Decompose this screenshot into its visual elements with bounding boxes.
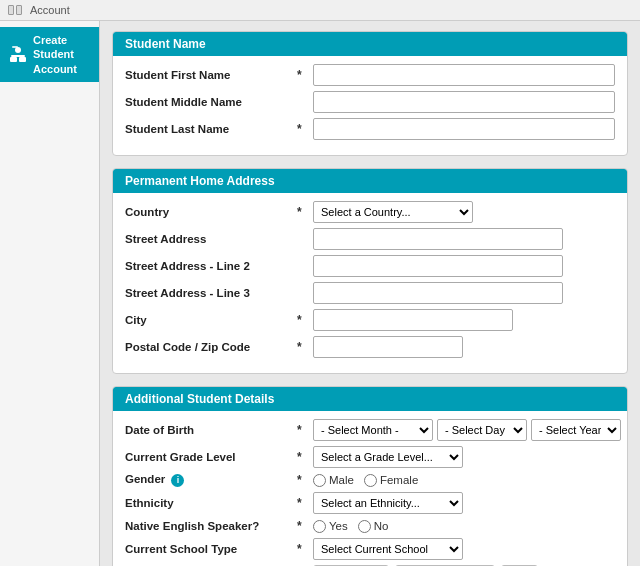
middle-name-label: Student Middle Name bbox=[125, 96, 295, 108]
gender-radio-group: Male Female bbox=[313, 474, 615, 487]
dob-year-select[interactable]: - Select Year - bbox=[531, 419, 621, 441]
address-header: Permanent Home Address bbox=[113, 169, 627, 193]
grade-label: Current Grade Level bbox=[125, 451, 295, 463]
postal-row: Postal Code / Zip Code * bbox=[125, 336, 615, 358]
city-input[interactable] bbox=[313, 309, 513, 331]
last-name-input[interactable] bbox=[313, 118, 615, 140]
gender-male-radio[interactable] bbox=[313, 474, 326, 487]
gender-male-option[interactable]: Male bbox=[313, 474, 354, 487]
country-select[interactable]: Select a Country... bbox=[313, 201, 473, 223]
last-name-label: Student Last Name bbox=[125, 123, 295, 135]
svg-rect-3 bbox=[10, 57, 17, 62]
address-body: Country * Select a Country... Street Add… bbox=[113, 193, 627, 373]
city-row: City * bbox=[125, 309, 615, 331]
native-no-radio[interactable] bbox=[358, 520, 371, 533]
school-type-select[interactable]: Select Current School bbox=[313, 538, 463, 560]
native-english-label: Native English Speaker? bbox=[125, 520, 295, 532]
svg-point-1 bbox=[15, 47, 21, 53]
native-english-row: Native English Speaker? * Yes No bbox=[125, 519, 615, 533]
school-type-label: Current School Type bbox=[125, 543, 295, 555]
ethnicity-label: Ethnicity bbox=[125, 497, 295, 509]
street3-row: Street Address - Line 3 bbox=[125, 282, 615, 304]
main-content: Student Name Student First Name * Studen… bbox=[100, 21, 640, 566]
native-yes-radio[interactable] bbox=[313, 520, 326, 533]
native-no-option[interactable]: No bbox=[358, 520, 389, 533]
first-name-label: Student First Name bbox=[125, 69, 295, 81]
street3-input[interactable] bbox=[313, 282, 563, 304]
middle-name-row: Student Middle Name bbox=[125, 91, 615, 113]
first-name-row: Student First Name * bbox=[125, 64, 615, 86]
person-icon bbox=[8, 44, 28, 64]
layout: Create Student Account Student Name Stud… bbox=[0, 21, 640, 566]
gender-row: Gender i * Male Female bbox=[125, 473, 615, 487]
ethnicity-select[interactable]: Select an Ethnicity... bbox=[313, 492, 463, 514]
additional-header: Additional Student Details bbox=[113, 387, 627, 411]
street3-label: Street Address - Line 3 bbox=[125, 287, 295, 299]
country-row: Country * Select a Country... bbox=[125, 201, 615, 223]
gender-female-option[interactable]: Female bbox=[364, 474, 418, 487]
street2-input[interactable] bbox=[313, 255, 563, 277]
dob-month-select[interactable]: - Select Month - bbox=[313, 419, 433, 441]
grade-row: Current Grade Level * Select a Grade Lev… bbox=[125, 446, 615, 468]
street-row: Street Address bbox=[125, 228, 615, 250]
school-type-row: Current School Type * Select Current Sch… bbox=[125, 538, 615, 560]
ethnicity-row: Ethnicity * Select an Ethnicity... bbox=[125, 492, 615, 514]
last-name-row: Student Last Name * bbox=[125, 118, 615, 140]
student-name-card: Student Name Student First Name * Studen… bbox=[112, 31, 628, 156]
first-name-input[interactable] bbox=[313, 64, 615, 86]
svg-rect-2 bbox=[11, 55, 25, 57]
street-label: Street Address bbox=[125, 233, 295, 245]
grade-select[interactable]: Select a Grade Level... bbox=[313, 446, 463, 468]
dob-day-select[interactable]: - Select Day - bbox=[437, 419, 527, 441]
gender-female-radio[interactable] bbox=[364, 474, 377, 487]
sidebar-item-create-student[interactable]: Create Student Account bbox=[0, 27, 99, 82]
student-name-header: Student Name bbox=[113, 32, 627, 56]
dob-controls: - Select Month - - Select Day - - Select… bbox=[313, 419, 621, 441]
dob-row: Date of Birth * - Select Month - - Selec… bbox=[125, 419, 615, 441]
additional-card: Additional Student Details Date of Birth… bbox=[112, 386, 628, 566]
middle-name-input[interactable] bbox=[313, 91, 615, 113]
browser-icon bbox=[8, 5, 24, 15]
sidebar-item-label: Create Student Account bbox=[33, 33, 91, 76]
postal-input[interactable] bbox=[313, 336, 463, 358]
top-bar-label: Account bbox=[30, 4, 70, 16]
dob-label: Date of Birth bbox=[125, 424, 295, 436]
gender-info-icon[interactable]: i bbox=[171, 474, 184, 487]
gender-label: Gender i bbox=[125, 473, 295, 487]
native-yes-option[interactable]: Yes bbox=[313, 520, 348, 533]
city-label: City bbox=[125, 314, 295, 326]
svg-rect-4 bbox=[19, 57, 26, 62]
postal-label: Postal Code / Zip Code bbox=[125, 341, 295, 353]
native-english-radio-group: Yes No bbox=[313, 520, 615, 533]
street-input[interactable] bbox=[313, 228, 563, 250]
address-card: Permanent Home Address Country * Select … bbox=[112, 168, 628, 374]
student-name-body: Student First Name * Student Middle Name… bbox=[113, 56, 627, 155]
country-label: Country bbox=[125, 206, 295, 218]
sidebar: Create Student Account bbox=[0, 21, 100, 566]
street2-label: Street Address - Line 2 bbox=[125, 260, 295, 272]
top-bar: Account bbox=[0, 0, 640, 21]
additional-body: Date of Birth * - Select Month - - Selec… bbox=[113, 411, 627, 566]
street2-row: Street Address - Line 2 bbox=[125, 255, 615, 277]
